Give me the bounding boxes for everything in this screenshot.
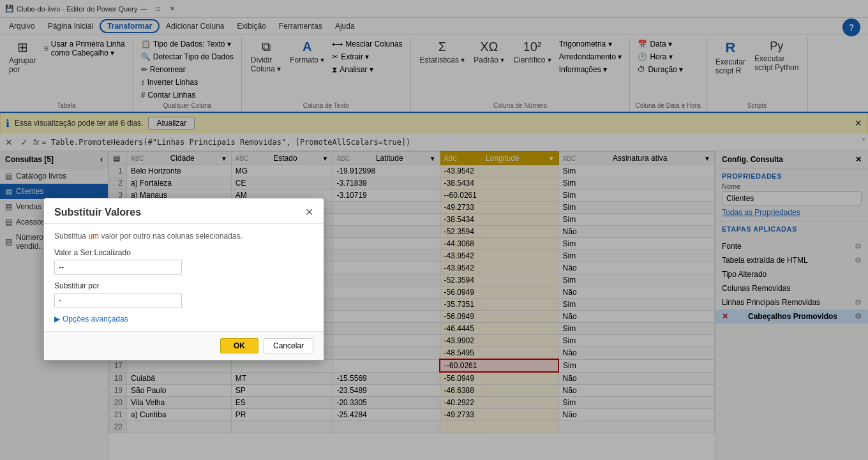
modal-description: Substitua um valor por outro nas colunas… — [54, 232, 313, 241]
valor-localizado-label: Valor a Ser Localizado — [54, 248, 313, 257]
modal-close-btn[interactable]: ✕ — [305, 206, 313, 218]
substituir-por-input[interactable] — [54, 293, 182, 308]
modal-footer: OK Cancelar — [44, 331, 324, 360]
highlight-um: um — [88, 232, 99, 241]
modal-overlay: Substituir Valores ✕ Substitua um valor … — [0, 0, 868, 460]
opcoes-avancadas-label: Opções avançadas — [63, 315, 128, 323]
opcoes-chevron-icon: ▶ — [54, 315, 60, 323]
modal-header: Substituir Valores ✕ — [44, 198, 324, 224]
substituir-por-label: Substituir por — [54, 281, 313, 290]
substituir-por-field: Substituir por — [54, 281, 313, 308]
modal-body: Substitua um valor por outro nas colunas… — [44, 224, 324, 331]
cancel-button[interactable]: Cancelar — [264, 338, 313, 353]
opcoes-avancadas-btn[interactable]: ▶ Opções avançadas — [54, 315, 313, 323]
valor-localizado-input[interactable] — [54, 260, 182, 275]
substituir-valores-modal: Substituir Valores ✕ Substitua um valor … — [43, 198, 324, 360]
ok-button[interactable]: OK — [220, 338, 258, 353]
modal-title: Substituir Valores — [54, 207, 141, 218]
valor-localizado-field: Valor a Ser Localizado — [54, 248, 313, 275]
